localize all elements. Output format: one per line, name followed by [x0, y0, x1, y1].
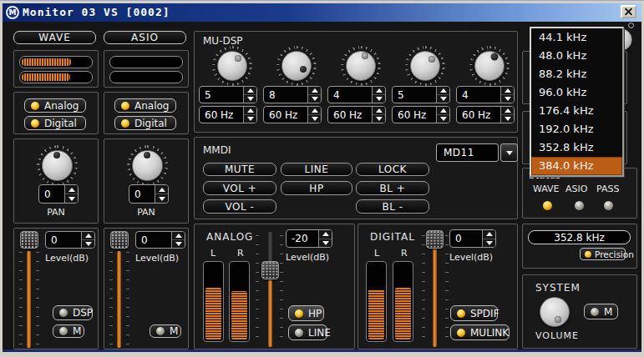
wave-pan-knob[interactable]	[42, 150, 73, 181]
digital-fader-handle[interactable]	[426, 230, 444, 249]
eq-band3-gain-spinner[interactable]: 4	[327, 86, 386, 103]
digital-level-value[interactable]: 0	[450, 230, 482, 247]
analog-level-value[interactable]: -20	[287, 230, 318, 247]
wave-level-spinner[interactable]: 0	[45, 231, 95, 249]
spin-down-icon[interactable]	[244, 115, 256, 123]
analog-line-button[interactable]: LINE	[288, 324, 327, 340]
mmdi-line-button[interactable]: LINE	[281, 163, 352, 176]
spin-down-icon[interactable]	[308, 115, 321, 123]
eq-band4-freq-spinner[interactable]: 60 Hz	[392, 106, 450, 123]
spin-up-icon[interactable]	[373, 87, 385, 95]
eq-band5-gain[interactable]: 4	[457, 87, 500, 103]
mmdi-hp-button[interactable]: HP	[281, 181, 352, 195]
eq-band2-knob[interactable]	[281, 51, 312, 81]
mmdi-lock-button[interactable]: LOCK	[356, 163, 429, 176]
asio-analog-button[interactable]: Analog	[114, 98, 176, 113]
spin-up-icon[interactable]	[437, 87, 449, 95]
spin-down-icon[interactable]	[65, 194, 78, 203]
wave-pan-spinner[interactable]: 0	[38, 184, 79, 204]
eq-band2-freq-spinner[interactable]: 60 Hz	[263, 106, 322, 123]
spin-down-icon[interactable]	[437, 95, 449, 103]
spin-down-icon[interactable]	[437, 115, 449, 123]
spin-down-icon[interactable]	[319, 239, 332, 248]
asio-digital-button[interactable]: Digital	[114, 116, 176, 130]
wave-source-button[interactable]: WAVE	[13, 31, 96, 44]
eq-band2-gain[interactable]: 8	[264, 87, 307, 103]
rate-option[interactable]: 352.8 kHz	[531, 138, 622, 157]
analog-level-spinner[interactable]: -20	[286, 229, 332, 248]
wave-level-value[interactable]: 0	[46, 232, 81, 248]
eq-band4-gain-spinner[interactable]: 5	[392, 86, 450, 103]
mmdi-device-combobox[interactable]: MD11	[436, 143, 499, 162]
system-volume-knob[interactable]	[540, 297, 570, 327]
digital-spdif-button[interactable]: SPDIF	[450, 305, 498, 321]
spin-up-icon[interactable]	[319, 230, 332, 239]
eq-band3-freq-spinner[interactable]: 60 Hz	[327, 106, 386, 123]
eq-band3-knob[interactable]	[346, 51, 376, 81]
spin-down-icon[interactable]	[82, 240, 94, 248]
system-mute-button[interactable]: M	[584, 304, 618, 319]
digital-level-spinner[interactable]: 0	[449, 229, 496, 248]
spin-up-icon[interactable]	[172, 232, 185, 240]
eq-band5-freq-spinner[interactable]: 60 Hz	[456, 106, 515, 123]
wave-dsp-button[interactable]: DSP	[53, 305, 93, 320]
spin-up-icon[interactable]	[82, 232, 94, 240]
spin-up-icon[interactable]	[483, 230, 495, 239]
rate-option[interactable]: 88.2 kHz	[531, 65, 622, 83]
spin-down-icon[interactable]	[308, 95, 321, 103]
analog-fader-handle[interactable]	[261, 261, 279, 279]
spin-up-icon[interactable]	[501, 87, 514, 95]
eq-band1-knob[interactable]	[217, 51, 247, 81]
spin-down-icon[interactable]	[373, 95, 385, 103]
spin-down-icon[interactable]	[155, 194, 168, 203]
spin-up-icon[interactable]	[155, 185, 168, 194]
precision-button[interactable]: Precision	[580, 248, 626, 260]
asio-source-button[interactable]: ASIO	[104, 31, 186, 44]
asio-pan-value[interactable]: 0	[129, 185, 155, 203]
spin-up-icon[interactable]	[501, 107, 514, 115]
rate-option[interactable]: 176.4 kHz	[531, 102, 622, 120]
spin-down-icon[interactable]	[373, 115, 385, 123]
rate-option-selected[interactable]: 384.0 kHz	[531, 157, 622, 175]
spin-down-icon[interactable]	[501, 95, 514, 103]
analog-hp-button[interactable]: HP	[288, 305, 324, 321]
asio-level-spinner[interactable]: 0	[135, 231, 185, 249]
eq-band2-freq[interactable]: 60 Hz	[264, 107, 307, 123]
rate-option[interactable]: 192.0 kHz	[531, 120, 622, 138]
spin-down-icon[interactable]	[483, 239, 495, 248]
eq-band5-knob[interactable]	[474, 51, 505, 81]
analog-fader-track[interactable]	[268, 279, 272, 347]
mmdi-device-dropdown-button[interactable]	[500, 143, 518, 162]
asio-pan-spinner[interactable]: 0	[129, 184, 169, 204]
eq-band1-freq-spinner[interactable]: 60 Hz	[199, 106, 257, 123]
wave-analog-button[interactable]: Analog	[24, 98, 86, 113]
spin-up-icon[interactable]	[244, 107, 256, 115]
eq-band1-gain[interactable]: 5	[200, 87, 243, 103]
rate-option[interactable]: 96.0 kHz	[531, 83, 622, 102]
wave-fader-track[interactable]	[27, 251, 31, 348]
asio-fader-handle[interactable]	[110, 231, 129, 249]
eq-band1-freq[interactable]: 60 Hz	[200, 107, 243, 123]
eq-band1-gain-spinner[interactable]: 5	[199, 86, 257, 103]
eq-band3-gain[interactable]: 4	[328, 87, 372, 103]
mmdi-vol-plus-button[interactable]: VOL +	[203, 181, 276, 195]
asio-pan-knob[interactable]	[132, 150, 163, 181]
digital-mulink-button[interactable]: MULINK	[450, 324, 510, 340]
mmdi-mute-button[interactable]: MUTE	[203, 163, 276, 176]
eq-band5-gain-spinner[interactable]: 4	[456, 86, 515, 103]
mmdi-bl-plus-button[interactable]: BL +	[356, 181, 429, 195]
eq-band4-knob[interactable]	[410, 51, 440, 81]
eq-band4-freq[interactable]: 60 Hz	[393, 107, 436, 123]
spin-up-icon[interactable]	[244, 87, 256, 95]
spin-down-icon[interactable]	[501, 115, 514, 123]
spin-up-icon[interactable]	[437, 107, 449, 115]
asio-mute-button[interactable]: M	[150, 324, 181, 338]
wave-pan-value[interactable]: 0	[39, 185, 64, 203]
rate-option[interactable]: 48.0 kHz	[531, 47, 622, 65]
spin-up-icon[interactable]	[308, 107, 321, 115]
wave-fader-handle[interactable]	[20, 231, 38, 249]
digital-fader-track[interactable]	[433, 248, 437, 347]
eq-band2-gain-spinner[interactable]: 8	[263, 86, 322, 103]
spin-down-icon[interactable]	[244, 95, 256, 103]
asio-fader-track[interactable]	[117, 251, 121, 348]
